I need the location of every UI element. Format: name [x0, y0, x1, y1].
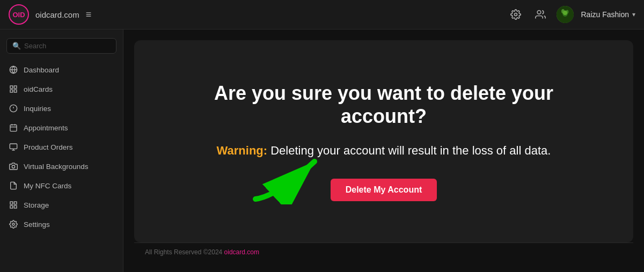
logo[interactable]: OID [9, 4, 29, 25]
main-content: Are you sure you want to delete your acc… [123, 30, 644, 272]
svg-rect-12 [14, 90, 17, 92]
svg-rect-27 [14, 205, 17, 208]
svg-rect-9 [10, 86, 13, 89]
sidebar-item-my-nfc-cards[interactable]: My NFC Cards [0, 176, 123, 195]
svg-point-6 [563, 11, 567, 15]
footer-link[interactable]: oidcard.com [224, 248, 259, 256]
search-input[interactable] [24, 42, 111, 50]
appointments-icon [9, 123, 18, 133]
header-left: OID oidcard.com ≡ [9, 4, 91, 25]
sidebar-item-label: My NFC Cards [24, 182, 71, 190]
sidebar-item-label: Virtual Backgrounds [24, 163, 89, 171]
svg-rect-10 [14, 86, 17, 89]
hamburger-icon[interactable]: ≡ [86, 9, 92, 20]
svg-rect-16 [10, 125, 17, 131]
site-name: oidcard.com [35, 10, 79, 19]
sidebar-item-appointments[interactable]: Appointments [0, 118, 123, 137]
user-name: Raizu Fashion [581, 10, 630, 19]
sidebar-item-inquiries[interactable]: Inquiries [0, 99, 123, 118]
delete-button-wrapper: Delete My Account [331, 179, 437, 201]
svg-point-0 [514, 13, 517, 16]
svg-point-1 [537, 11, 541, 14]
header-right: Raizu Fashion ▾ [507, 6, 636, 23]
settings-nav-icon [9, 219, 18, 229]
confirm-title: Are you sure you want to delete your acc… [196, 82, 572, 128]
virtual-backgrounds-icon [9, 161, 18, 171]
sidebar-item-label: Inquiries [24, 105, 51, 113]
nfc-cards-icon [9, 181, 18, 190]
search-icon: 🔍 [12, 42, 21, 50]
svg-point-23 [12, 165, 14, 168]
svg-rect-25 [14, 202, 17, 204]
oidcards-icon [9, 84, 18, 94]
product-orders-icon [9, 142, 18, 152]
chevron-down-icon: ▾ [632, 11, 635, 18]
sidebar-item-settings[interactable]: Settings [0, 215, 123, 234]
footer-text: All Rights Reserved ©2024 [145, 248, 224, 256]
svg-rect-24 [10, 202, 13, 204]
sidebar-item-dashboard[interactable]: Dashboard [0, 60, 123, 79]
svg-rect-26 [10, 205, 13, 208]
inquiries-icon [9, 104, 18, 113]
sidebar-item-storage[interactable]: Storage [0, 195, 123, 215]
search-box[interactable]: 🔍 [6, 38, 116, 54]
sidebar-item-label: oidCards [24, 85, 53, 93]
svg-point-28 [12, 223, 14, 225]
dashboard-icon [9, 65, 18, 75]
sidebar-item-label: Settings [24, 220, 50, 229]
user-menu[interactable]: Raizu Fashion ▾ [581, 10, 636, 19]
sidebar-item-label: Appointments [24, 124, 68, 132]
avatar [557, 6, 574, 23]
confirmation-card: Are you sure you want to delete your acc… [134, 40, 633, 242]
sidebar-item-label: Dashboard [24, 66, 59, 74]
sidebar-item-oidcards[interactable]: oidCards [0, 79, 123, 99]
footer: All Rights Reserved ©2024 oidcard.com [134, 242, 633, 261]
settings-icon[interactable] [507, 6, 524, 23]
sidebar-item-product-orders[interactable]: Product Orders [0, 137, 123, 157]
sidebar: 🔍 Dashboard oidCards Inquiries Appo [0, 30, 123, 272]
svg-rect-20 [10, 144, 17, 149]
sidebar-item-label: Storage [24, 201, 49, 209]
svg-rect-11 [10, 90, 13, 92]
users-icon[interactable] [532, 6, 549, 23]
delete-my-account-button[interactable]: Delete My Account [331, 179, 437, 201]
sidebar-item-label: Product Orders [24, 143, 73, 151]
header: OID oidcard.com ≡ [0, 0, 644, 30]
arrow-pointer [245, 151, 341, 207]
storage-icon [9, 200, 18, 210]
body-layout: 🔍 Dashboard oidCards Inquiries Appo [0, 30, 644, 272]
sidebar-item-virtual-backgrounds[interactable]: Virtual Backgrounds [0, 157, 123, 176]
